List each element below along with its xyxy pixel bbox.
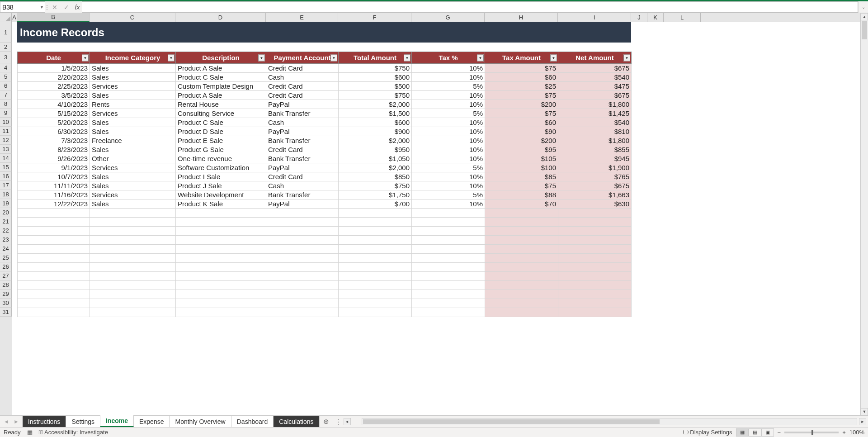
table-cell[interactable]: $600 xyxy=(339,73,412,82)
table-cell-empty[interactable] xyxy=(412,263,485,272)
table-cell[interactable]: Sales xyxy=(90,118,176,127)
table-cell[interactable]: $1,500 xyxy=(339,109,412,118)
table-cell-empty[interactable] xyxy=(558,299,632,308)
table-cell[interactable]: $700 xyxy=(339,200,412,209)
table-cell-empty[interactable] xyxy=(339,236,412,245)
table-cell-empty[interactable] xyxy=(18,308,90,317)
row-header-11[interactable]: 11 xyxy=(0,127,12,136)
table-cell[interactable]: 5% xyxy=(412,163,485,172)
table-cell[interactable]: Credit Card xyxy=(266,91,339,100)
table-cell[interactable]: Sales xyxy=(90,127,176,136)
table-row[interactable]: 2/20/2023SalesProduct C SaleCash$60010%$… xyxy=(18,73,632,82)
row-header-16[interactable]: 16 xyxy=(0,172,12,181)
zoom-out-button[interactable]: − xyxy=(778,429,781,436)
table-cell[interactable]: $100 xyxy=(485,163,558,172)
table-cell[interactable]: Bank Transfer xyxy=(266,109,339,118)
table-cell[interactable]: Consulting Service xyxy=(176,109,266,118)
table-cell-empty[interactable] xyxy=(339,263,412,272)
col-header-C[interactable]: C xyxy=(90,13,175,22)
table-cell[interactable]: 5% xyxy=(412,109,485,118)
col-header-J[interactable]: J xyxy=(631,13,647,22)
table-cell[interactable]: Services xyxy=(90,82,176,91)
table-cell[interactable]: Product A Sale xyxy=(176,64,266,73)
zoom-handle[interactable] xyxy=(811,430,813,435)
table-cell[interactable]: Cash xyxy=(266,73,339,82)
hscroll-grip[interactable]: ⋮ xyxy=(335,418,342,426)
table-row-empty[interactable] xyxy=(18,272,632,281)
table-cell-empty[interactable] xyxy=(485,245,558,254)
row-header-14[interactable]: 14 xyxy=(0,154,12,163)
table-cell-empty[interactable] xyxy=(485,290,558,299)
table-cell[interactable]: $60 xyxy=(485,118,558,127)
table-row-empty[interactable] xyxy=(18,245,632,254)
table-cell-empty[interactable] xyxy=(412,236,485,245)
hscroll-thumb[interactable] xyxy=(363,419,660,424)
table-cell-empty[interactable] xyxy=(412,209,485,218)
table-cell-empty[interactable] xyxy=(558,263,632,272)
table-cell[interactable]: 8/23/2023 xyxy=(18,145,90,154)
vertical-scrollbar[interactable]: ▲ ▼ xyxy=(860,13,868,415)
table-cell[interactable]: $900 xyxy=(339,127,412,136)
table-cell[interactable]: 10% xyxy=(412,100,485,109)
table-cell[interactable]: Bank Transfer xyxy=(266,136,339,145)
table-cell[interactable]: $88 xyxy=(485,190,558,200)
table-cell[interactable]: $1,900 xyxy=(558,163,632,172)
table-cell[interactable]: Sales xyxy=(90,73,176,82)
table-cell-empty[interactable] xyxy=(266,254,339,263)
row-header-13[interactable]: 13 xyxy=(0,145,12,154)
table-row-empty[interactable] xyxy=(18,254,632,263)
table-cell-empty[interactable] xyxy=(176,209,266,218)
table-cell[interactable]: Rents xyxy=(90,100,176,109)
table-cell[interactable]: $675 xyxy=(558,64,632,73)
table-cell-empty[interactable] xyxy=(485,299,558,308)
formula-input[interactable] xyxy=(82,1,858,13)
table-cell[interactable]: $70 xyxy=(485,200,558,209)
table-cell-empty[interactable] xyxy=(339,245,412,254)
col-header-K[interactable]: K xyxy=(647,13,664,22)
row-header-7[interactable]: 7 xyxy=(0,90,12,100)
table-cell-empty[interactable] xyxy=(485,236,558,245)
table-row[interactable]: 7/3/2023FreelanceProduct E SaleBank Tran… xyxy=(18,136,632,145)
table-cell[interactable]: 10% xyxy=(412,118,485,127)
vscroll-thumb[interactable] xyxy=(862,21,867,39)
table-cell[interactable]: Bank Transfer xyxy=(266,154,339,163)
table-row[interactable]: 8/23/2023SalesProduct G SaleCredit Card$… xyxy=(18,145,632,154)
table-cell[interactable]: $475 xyxy=(558,82,632,91)
sheet-tab-monthly-overview[interactable]: Monthly Overview xyxy=(170,416,231,427)
table-cell-empty[interactable] xyxy=(339,209,412,218)
table-cell[interactable]: Product E Sale xyxy=(176,136,266,145)
table-row[interactable]: 5/20/2023SalesProduct C SaleCash$60010%$… xyxy=(18,118,632,127)
table-cell-empty[interactable] xyxy=(485,209,558,218)
table-cell[interactable]: Product A Sale xyxy=(176,91,266,100)
table-cell-empty[interactable] xyxy=(18,281,90,290)
table-cell[interactable]: $675 xyxy=(558,181,632,190)
add-sheet-button[interactable]: ⊕ xyxy=(320,416,333,427)
table-cell-empty[interactable] xyxy=(485,263,558,272)
table-row-empty[interactable] xyxy=(18,290,632,299)
table-row[interactable]: 12/22/2023SalesProduct K SalePayPal$7001… xyxy=(18,200,632,209)
table-cell[interactable]: $85 xyxy=(485,172,558,181)
table-cell[interactable]: 12/22/2023 xyxy=(18,200,90,209)
table-row[interactable]: 9/26/2023OtherOne-time revenueBank Trans… xyxy=(18,154,632,163)
table-cell[interactable]: 9/1/2023 xyxy=(18,163,90,172)
table-cell[interactable]: $850 xyxy=(339,172,412,181)
filter-icon[interactable]: ▼ xyxy=(168,54,175,61)
table-cell-empty[interactable] xyxy=(485,254,558,263)
table-cell[interactable]: $2,000 xyxy=(339,136,412,145)
table-cell-empty[interactable] xyxy=(90,263,176,272)
table-cell[interactable]: 10% xyxy=(412,145,485,154)
row-header-25[interactable]: 25 xyxy=(0,253,12,262)
sheet-tab-instructions[interactable]: Instructions xyxy=(23,416,66,427)
sheet-tab-income[interactable]: Income xyxy=(100,415,134,427)
row-header-6[interactable]: 6 xyxy=(0,81,12,90)
table-cell-empty[interactable] xyxy=(18,209,90,218)
table-cell[interactable]: 11/16/2023 xyxy=(18,190,90,200)
table-cell-empty[interactable] xyxy=(18,236,90,245)
table-cell-empty[interactable] xyxy=(90,227,176,236)
table-cell-empty[interactable] xyxy=(176,254,266,263)
table-cell[interactable]: Software Customization xyxy=(176,163,266,172)
table-cell[interactable]: Cash xyxy=(266,181,339,190)
row-header-22[interactable]: 22 xyxy=(0,226,12,235)
table-cell[interactable]: 5/15/2023 xyxy=(18,109,90,118)
row-header-12[interactable]: 12 xyxy=(0,136,12,145)
